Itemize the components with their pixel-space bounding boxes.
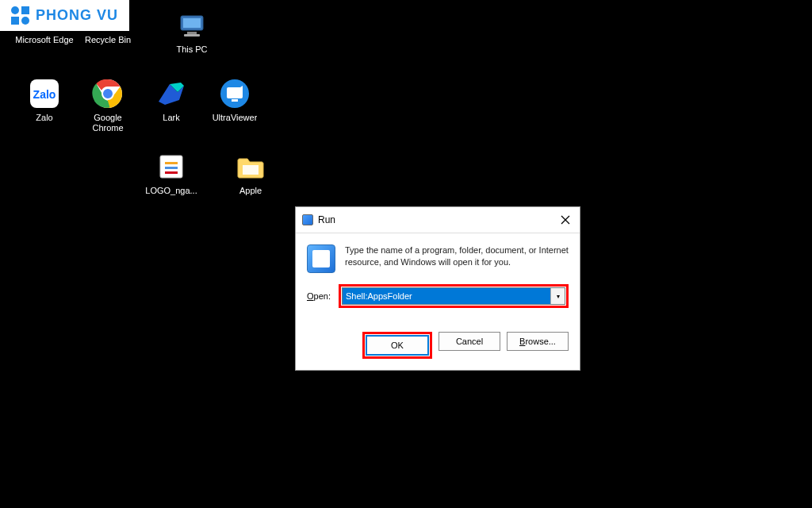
open-label: Open: <box>307 291 331 301</box>
run-titlebar[interactable]: Run <box>296 207 580 233</box>
close-icon <box>561 215 570 225</box>
chrome-icon <box>92 78 124 110</box>
desktop-icon-label: Microsoft Edge <box>15 35 73 45</box>
desktop-icon-label: Zalo <box>36 113 52 123</box>
desktop-icon-apple-folder[interactable]: Apple <box>220 151 281 196</box>
brand-overlay: PHONG VU <box>0 0 129 31</box>
svg-text:Zalo: Zalo <box>33 88 56 101</box>
run-description: Type the name of a program, folder, docu… <box>345 244 569 273</box>
run-title: Run <box>318 214 335 225</box>
desktop-icon-lark[interactable]: Lark <box>141 78 201 123</box>
lark-icon <box>155 78 187 110</box>
ultraviewer-icon <box>219 78 251 110</box>
desktop-icon-label: Google Chrome <box>78 113 138 133</box>
desktop-icon-this-pc[interactable]: This PC <box>162 10 222 55</box>
desktop-icon-zalo[interactable]: Zalo Zalo <box>14 78 75 123</box>
desktop-icon-logo-nga[interactable]: LOGO_nga... <box>141 151 201 196</box>
svg-rect-3 <box>183 18 201 28</box>
ok-highlight: OK <box>362 332 432 359</box>
folder-icon <box>235 151 266 183</box>
dropdown-button[interactable]: ▾ <box>550 288 565 304</box>
brand-logo-icon <box>11 6 29 25</box>
desktop-icon-label: LOGO_nga... <box>145 186 197 196</box>
svg-rect-13 <box>232 99 238 102</box>
desktop-icon-ultraviewer[interactable]: UltraViewer <box>205 78 265 123</box>
desktop-icon-label: This PC <box>176 44 207 55</box>
desktop-icon-label: Apple <box>239 186 262 196</box>
browse-button[interactable]: Browse... <box>507 332 569 351</box>
run-title-icon <box>302 214 313 225</box>
run-dialog: Run Type the name of a program, folder, … <box>295 206 580 371</box>
brand-text: PHONG VU <box>36 7 118 24</box>
svg-rect-17 <box>165 171 178 174</box>
this-pc-icon <box>176 10 208 41</box>
desktop-icon-chrome[interactable]: Google Chrome <box>78 78 138 133</box>
svg-rect-4 <box>187 32 197 34</box>
command-highlight: ▾ <box>339 284 569 308</box>
svg-rect-18 <box>243 165 259 175</box>
desktop-icon-label: UltraViewer <box>213 113 258 123</box>
svg-rect-5 <box>184 34 200 37</box>
close-button[interactable] <box>557 212 573 228</box>
cancel-button[interactable]: Cancel <box>439 332 500 351</box>
desktop-icon-label: Lark <box>163 113 179 123</box>
zalo-icon: Zalo <box>29 78 60 110</box>
ok-button[interactable]: OK <box>366 336 428 355</box>
svg-rect-15 <box>165 162 178 164</box>
chevron-down-icon: ▾ <box>557 293 560 300</box>
image-file-icon <box>155 151 187 183</box>
command-input[interactable] <box>343 288 550 304</box>
svg-rect-16 <box>165 167 178 169</box>
run-app-icon <box>307 244 335 273</box>
desktop-icon-label: Recycle Bin <box>85 35 131 45</box>
